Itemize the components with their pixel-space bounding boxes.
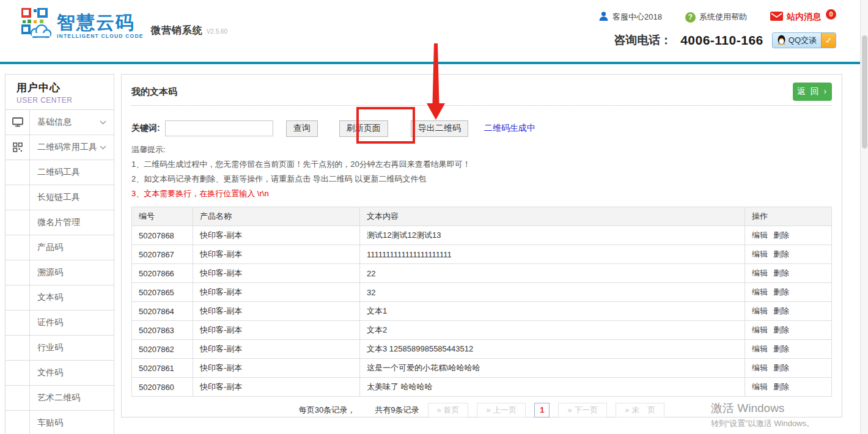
col-header-product: 产品名称	[193, 207, 360, 226]
sidebar-group-qrcode-tools[interactable]: 二维码常用工具	[6, 135, 114, 160]
sidebar-item-label: 溯源码	[30, 260, 114, 285]
scrollbar-thumb[interactable]	[862, 35, 867, 149]
cell-id: 50207868	[132, 226, 193, 245]
edit-link[interactable]: 编辑	[752, 287, 768, 296]
first-page-button[interactable]: » 首页	[428, 403, 469, 417]
edit-link[interactable]: 编辑	[752, 306, 768, 315]
sidebar-item-label: 证件码	[30, 311, 114, 335]
sidebar-item[interactable]: 微名片管理	[6, 210, 114, 235]
cell-product: 快印客-副本	[193, 340, 360, 359]
qrcode-generating-link[interactable]: 二维码生成中	[484, 123, 535, 134]
edit-link[interactable]: 编辑	[752, 325, 768, 334]
table-row: 50207866快印客-副本22编辑删除	[132, 264, 832, 283]
cell-content: 文本2	[360, 321, 745, 340]
table-row: 50207864快印客-副本文本1编辑删除	[132, 302, 832, 321]
sidebar-item-label: 艺术二维码	[30, 386, 114, 410]
phone-row: 咨询电话： 4006-110-166 QQ交谈 ✓	[614, 32, 836, 48]
scrollbar-track[interactable]	[860, 0, 868, 434]
chevron-down-icon	[100, 110, 114, 134]
table-row: 50207860快印客-副本太美味了 哈哈哈哈编辑删除	[132, 378, 832, 397]
sidebar-item-label: 文本码	[30, 285, 114, 310]
delete-link[interactable]: 删除	[773, 268, 789, 278]
messages-link[interactable]: 站内消息 0	[770, 12, 836, 23]
sidebar-item[interactable]: 艺术二维码	[6, 386, 114, 411]
sidebar-icon-spacer	[6, 185, 30, 210]
cell-content: 文本1	[360, 302, 745, 321]
edit-link[interactable]: 编辑	[752, 249, 768, 259]
textcode-table: 编号 产品名称 文本内容 操作 50207868快印客-副本测试12测试12测试…	[131, 207, 832, 397]
export-qrcode-button[interactable]: 导出二维码	[411, 120, 468, 137]
cell-product: 快印客-副本	[193, 378, 360, 397]
product-name: 微营销系统	[151, 24, 203, 37]
cell-actions: 编辑删除	[745, 283, 832, 302]
logo: 智慧云码 INTELLIGENT CLOUD CODE 微营销系统 V2.5.6…	[21, 8, 227, 39]
query-button[interactable]: 查询	[286, 120, 318, 137]
sidebar-item[interactable]: 文本码	[6, 285, 114, 311]
sidebar-item[interactable]: 证件码	[6, 311, 114, 336]
customer-service-label: 客服中心2018	[612, 12, 662, 23]
qq-verified-icon: ✓	[821, 32, 836, 48]
header: 智慧云码 INTELLIGENT CLOUD CODE 微营销系统 V2.5.6…	[0, 0, 868, 62]
table-row: 50207867快印客-副本1111111111111111111111编辑删除	[132, 245, 832, 264]
keyword-label: 关键词:	[131, 123, 160, 134]
delete-link[interactable]: 删除	[773, 382, 789, 391]
delete-link[interactable]: 删除	[773, 230, 789, 240]
keyword-input[interactable]	[165, 120, 273, 136]
edit-link[interactable]: 编辑	[752, 230, 768, 240]
cell-product: 快印客-副本	[193, 245, 360, 264]
last-page-button[interactable]: » 末 页	[616, 403, 664, 417]
sidebar-item[interactable]: 文件码	[6, 361, 114, 386]
customer-service-link[interactable]: 客服中心2018	[598, 11, 662, 23]
delete-link[interactable]: 删除	[773, 287, 789, 296]
table-body: 50207868快印客-副本测试12测试12测试13编辑删除50207867快印…	[132, 226, 832, 397]
delete-link[interactable]: 删除	[773, 344, 789, 353]
mail-icon	[770, 12, 783, 23]
header-divider-bar	[0, 62, 868, 64]
prev-page-button[interactable]: » 上一页	[477, 403, 526, 417]
cell-actions: 编辑删除	[745, 321, 832, 340]
qrcode-icon	[6, 135, 30, 160]
help-link[interactable]: ? 系统使用帮助	[685, 12, 747, 23]
sidebar-item[interactable]: 溯源码	[6, 260, 114, 285]
cell-id: 50207863	[132, 321, 193, 340]
cell-id: 50207865	[132, 283, 193, 302]
sidebar-group-label: 基础信息	[30, 110, 100, 134]
back-button[interactable]: 返 回 ›	[793, 83, 832, 101]
edit-link[interactable]: 编辑	[752, 363, 768, 372]
sidebar-item[interactable]: 二维码工具	[6, 160, 114, 185]
cell-actions: 编辑删除	[745, 226, 832, 245]
edit-link[interactable]: 编辑	[752, 382, 768, 391]
tip-line: 2、如文本码记录有删除、更新等操作，请重新点击 导出二维码 以更新二维码文件包	[131, 172, 832, 186]
table-row: 50207861快印客-副本这是一个可爱的小花糕\哈哈哈哈编辑删除	[132, 359, 832, 378]
table-row: 50207863快印客-副本文本2编辑删除	[132, 321, 832, 340]
table-row: 50207862快印客-副本文本3 1258589985585443512编辑删…	[132, 340, 832, 359]
product-version: V2.5.60	[207, 28, 227, 35]
help-label: 系统使用帮助	[699, 12, 747, 23]
next-page-button[interactable]: » 下一页	[558, 403, 607, 417]
delete-link[interactable]: 删除	[773, 363, 789, 372]
sidebar-item[interactable]: 产品码	[6, 235, 114, 260]
total-info: 共有9条记录	[375, 405, 419, 416]
sidebar-icon-spacer	[6, 260, 30, 285]
refresh-page-button[interactable]: 刷新页面	[339, 120, 388, 137]
sidebar-subtitle: USER CENTER	[17, 96, 114, 105]
sidebar-group-basic-info[interactable]: 基础信息	[6, 110, 114, 135]
cell-content: 1111111111111111111111	[360, 245, 745, 264]
help-icon: ?	[685, 12, 696, 23]
delete-link[interactable]: 删除	[773, 306, 789, 315]
cell-content: 32	[360, 283, 745, 302]
cell-product: 快印客-副本	[193, 321, 360, 340]
sidebar-item[interactable]: 行业码	[6, 336, 114, 361]
logo-title: 智慧云码	[57, 13, 144, 32]
edit-link[interactable]: 编辑	[752, 268, 768, 278]
sidebar-item[interactable]: 长短链工具	[6, 185, 114, 210]
cell-id: 50207864	[132, 302, 193, 321]
delete-link[interactable]: 删除	[773, 325, 789, 334]
sidebar-icon-spacer	[6, 336, 30, 360]
qq-chat-button[interactable]: QQ交谈 ✓	[772, 32, 836, 48]
current-page-button[interactable]: 1	[534, 403, 550, 417]
edit-link[interactable]: 编辑	[752, 344, 768, 353]
sidebar-item[interactable]: 车贴码	[6, 411, 114, 434]
delete-link[interactable]: 删除	[773, 249, 789, 259]
logo-qrcode-cloud-icon	[21, 8, 52, 39]
